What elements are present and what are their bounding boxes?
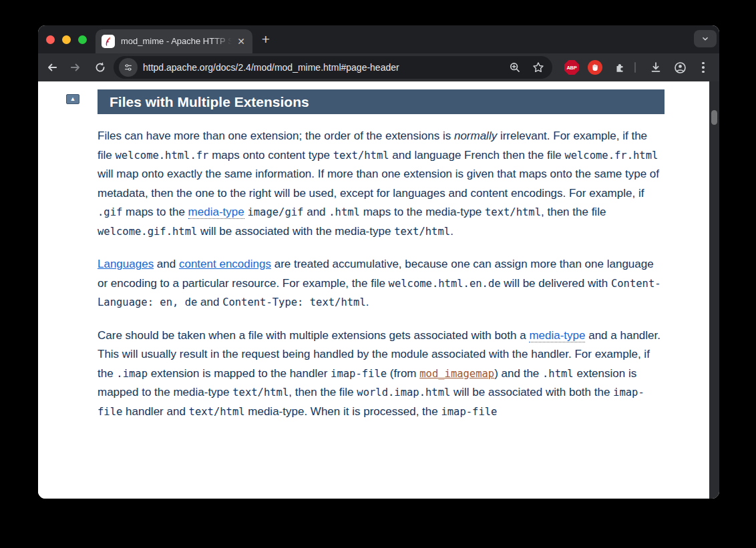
hand-icon bbox=[591, 63, 599, 71]
text-segment: extension is mapped to the handler bbox=[148, 367, 331, 380]
glossary-link[interactable]: media-type bbox=[188, 206, 244, 219]
text-segment: will map onto exactly the same informati… bbox=[98, 168, 659, 200]
text-segment: will be delivered with bbox=[501, 277, 611, 290]
scrollbar[interactable] bbox=[709, 81, 719, 499]
scroll-to-top-link[interactable]: ▲ bbox=[66, 94, 79, 104]
puzzle-icon bbox=[614, 61, 626, 73]
code-span: text/html bbox=[394, 226, 450, 238]
code-span: imap-file bbox=[331, 368, 387, 380]
text-segment: maps onto content type bbox=[208, 149, 333, 162]
star-icon bbox=[532, 61, 544, 73]
reload-icon bbox=[94, 61, 106, 73]
tab-close-icon[interactable]: ✕ bbox=[235, 35, 247, 47]
scrollbar-thumb[interactable] bbox=[711, 110, 717, 125]
text-segment: will be associated with the media-type bbox=[197, 225, 394, 238]
emphasis-text: normally bbox=[454, 129, 497, 142]
code-span: text/html bbox=[485, 206, 541, 218]
tab-title: mod_mime - Apache HTTP Se bbox=[121, 29, 232, 53]
forward-arrow-icon bbox=[69, 61, 81, 73]
code-span: world.imap.html bbox=[357, 386, 450, 398]
toolbar-divider bbox=[634, 62, 636, 73]
up-arrow-icon: ▲ bbox=[70, 95, 76, 102]
downloads-button[interactable] bbox=[648, 59, 664, 75]
code-span: welcome.html.fr bbox=[115, 150, 208, 162]
code-span: .html bbox=[329, 206, 360, 218]
kebab-icon bbox=[702, 62, 705, 65]
module-link[interactable]: mod_imagemap bbox=[419, 368, 494, 380]
inline-link[interactable]: Languages bbox=[98, 258, 154, 270]
forward-button[interactable] bbox=[67, 59, 83, 75]
browser-tab[interactable]: mod_mime - Apache HTTP Se ✕ bbox=[96, 29, 252, 53]
reload-button[interactable] bbox=[92, 59, 108, 75]
traffic-light-minimize[interactable] bbox=[62, 35, 71, 44]
extensions-button[interactable] bbox=[612, 59, 628, 75]
text-segment: maps to the media-type bbox=[360, 206, 485, 218]
text-segment: . bbox=[366, 296, 369, 308]
tune-icon bbox=[124, 63, 133, 72]
browser-window: mod_mime - Apache HTTP Se ✕ + bbox=[38, 25, 719, 499]
new-tab-button[interactable]: + bbox=[257, 31, 274, 48]
text-segment: . bbox=[450, 225, 453, 238]
text-segment: , then the file bbox=[541, 206, 606, 218]
adblock-extension-icon[interactable] bbox=[588, 60, 602, 75]
paragraph: Languages and content encodings are trea… bbox=[98, 255, 665, 312]
menu-button[interactable] bbox=[695, 59, 711, 75]
download-icon bbox=[650, 61, 662, 73]
text-segment: ) and the bbox=[494, 367, 542, 380]
profile-icon bbox=[674, 61, 687, 74]
code-span: Content-Type: text/html bbox=[222, 296, 366, 308]
text-segment: media-type. When it is processed, the bbox=[245, 405, 441, 418]
code-span: text/html bbox=[333, 150, 389, 162]
back-button[interactable] bbox=[44, 59, 60, 75]
abp-extension-icon[interactable]: ABP bbox=[564, 60, 579, 75]
code-span: welcome.fr.html bbox=[564, 150, 658, 162]
url-text[interactable]: httpd.apache.org/docs/2.4/mod/mod_mime.h… bbox=[143, 56, 399, 79]
zoom-magnifier-icon bbox=[509, 61, 521, 73]
text-segment: maps to the bbox=[122, 206, 188, 218]
site-info-button[interactable] bbox=[119, 58, 138, 77]
text-segment: and bbox=[303, 206, 329, 218]
inline-link[interactable]: content encodings bbox=[179, 258, 271, 270]
zoom-button[interactable] bbox=[507, 59, 523, 75]
code-span: welcome.html.en.de bbox=[389, 278, 501, 290]
text-segment: Files can have more than one extension; … bbox=[98, 129, 454, 142]
chevron-down-icon bbox=[701, 34, 710, 43]
paragraph: Files can have more than one extension; … bbox=[98, 127, 665, 241]
text-segment: will be associated with both the bbox=[450, 386, 613, 398]
text-segment: and bbox=[197, 296, 222, 308]
apache-feather-icon bbox=[102, 35, 115, 48]
code-span: welcome.gif.html bbox=[98, 226, 197, 238]
browser-toolbar: httpd.apache.org/docs/2.4/mod/mod_mime.h… bbox=[38, 53, 719, 81]
code-span: .html bbox=[542, 368, 574, 380]
code-span: .imap bbox=[116, 368, 148, 380]
back-arrow-icon bbox=[46, 61, 58, 73]
glossary-link[interactable]: media-type bbox=[529, 329, 585, 342]
text-segment: Care should be taken when a file with mu… bbox=[98, 329, 529, 342]
text-segment: and bbox=[154, 258, 179, 270]
code-span: imap-file bbox=[441, 406, 497, 418]
profile-button[interactable] bbox=[672, 59, 688, 75]
traffic-light-zoom[interactable] bbox=[78, 35, 87, 44]
paragraph: Care should be taken when a file with mu… bbox=[98, 326, 665, 422]
text-segment: , then the file bbox=[289, 386, 357, 398]
page-content: ▲ Files with Multiple Extensions Files c… bbox=[38, 81, 709, 499]
code-span: text/html bbox=[232, 386, 289, 398]
code-span: text/html bbox=[189, 406, 245, 418]
tab-strip: mod_mime - Apache HTTP Se ✕ + bbox=[38, 25, 719, 53]
document-body: Files with Multiple Extensions Files can… bbox=[98, 89, 665, 435]
bookmark-star-button[interactable] bbox=[530, 59, 546, 75]
text-segment: and language French then the file bbox=[389, 149, 565, 162]
code-span: .gif bbox=[98, 206, 122, 218]
traffic-light-close[interactable] bbox=[46, 35, 55, 44]
text-segment: handler and bbox=[122, 405, 188, 418]
text-segment: (from bbox=[387, 367, 419, 380]
address-bar[interactable]: httpd.apache.org/docs/2.4/mod/mod_mime.h… bbox=[114, 56, 552, 79]
tab-search-button[interactable] bbox=[694, 30, 717, 47]
section-header: Files with Multiple Extensions bbox=[98, 89, 665, 114]
code-span: image/gif bbox=[247, 206, 303, 218]
